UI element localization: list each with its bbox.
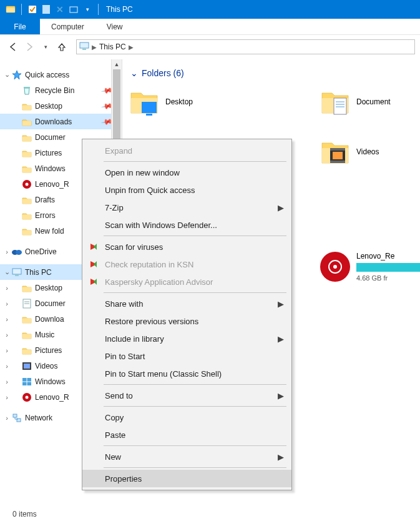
svg-rect-13 [22, 167, 31, 172]
submenu-arrow-icon: ▶ [278, 203, 284, 212]
nav-quick-access[interactable]: ⌄Quick access [0, 67, 114, 82]
expand-toggle[interactable]: › [2, 284, 11, 292]
menu-item-scan-with-windows-defender---[interactable]: Scan with Windows Defender... [82, 216, 291, 234]
svg-rect-28 [22, 334, 31, 339]
nav-item-downloads[interactable]: Downloads📌 [0, 114, 114, 129]
nav-item-label: Documer [35, 133, 66, 142]
menu-item-unpin-from-quick-access[interactable]: Unpin from Quick access [82, 181, 291, 199]
folder-item-desktop[interactable]: Desktop [129, 84, 273, 119]
menu-item-include-in-library[interactable]: Include in library▶ [82, 330, 291, 347]
folder-icon [21, 314, 32, 325]
chevron-down-icon: ⌄ [130, 68, 138, 78]
svg-rect-49 [330, 148, 345, 151]
menu-item-7-zip[interactable]: 7-Zip▶ [82, 199, 291, 216]
folder-icon [21, 116, 32, 127]
nav-item-recycle-bin[interactable]: Recycle Bin📌 [0, 82, 114, 98]
computer-tab[interactable]: Computer [40, 19, 95, 34]
menu-item-send-to[interactable]: Send to▶ [82, 387, 291, 404]
menu-item-new[interactable]: New▶ [82, 448, 291, 465]
menu-item-label: Kaspersky Application Advisor [105, 277, 213, 287]
menu-item-label: Pin to Start menu (Classic Shell) [105, 369, 222, 379]
nav-forward-button[interactable] [22, 40, 36, 54]
folder-icon [320, 87, 350, 117]
folder-icon [21, 226, 32, 237]
svg-rect-1 [6, 8, 15, 12]
expand-toggle[interactable]: › [2, 414, 11, 422]
expand-toggle[interactable]: › [2, 362, 11, 370]
menu-item-label: Scan with Windows Defender... [105, 221, 217, 230]
menu-item-expand: Expand [82, 142, 291, 159]
menu-item-label: Share with [105, 299, 143, 309]
explorer-icon [5, 4, 16, 15]
folder-icon [21, 210, 32, 221]
folder-item-document[interactable]: Document [320, 84, 420, 119]
menu-item-pin-to-start-menu--classic-shell-[interactable]: Pin to Start menu (Classic Shell) [82, 365, 291, 382]
menu-item-scan-for-viruses[interactable]: Scan for viruses [82, 238, 291, 256]
star-icon [11, 69, 22, 81]
svg-rect-18 [22, 230, 31, 235]
nav-item-label: Windows [35, 377, 66, 386]
svg-point-15 [26, 182, 29, 186]
nav-up-button[interactable] [55, 40, 69, 54]
menu-item-open-in-new-window[interactable]: Open in new window [82, 164, 291, 181]
folder-icon [21, 147, 32, 159]
qat-note-icon[interactable] [41, 4, 52, 15]
expand-toggle[interactable]: › [2, 315, 11, 323]
nav-item-label: Documer [35, 299, 66, 308]
section-folders-label: Folders (6) [142, 68, 184, 78]
nav-item-label: Errors [35, 211, 56, 220]
address-bar: ▾ ▶ This PC ▶ [0, 35, 420, 59]
expand-toggle[interactable]: › [2, 248, 11, 256]
svg-rect-3 [42, 5, 50, 14]
menu-item-copy[interactable]: Copy [82, 409, 291, 426]
chevron-right-icon[interactable]: ▶ [92, 44, 97, 51]
nav-item-label: OneDrive [25, 247, 57, 256]
expand-toggle[interactable]: ⌄ [2, 71, 11, 79]
nav-item-label: Drafts [35, 196, 55, 204]
qat-box-icon[interactable] [68, 4, 79, 15]
nav-item-desktop[interactable]: Desktop📌 [0, 98, 114, 114]
expand-toggle[interactable]: › [2, 331, 11, 339]
menu-item-label: Copy [105, 413, 124, 422]
svg-rect-16 [22, 199, 31, 204]
svg-rect-37 [13, 414, 17, 417]
qat-dropdown-icon[interactable]: ▾ [82, 4, 93, 15]
onedrive-icon [11, 246, 22, 257]
nav-history-dropdown[interactable]: ▾ [39, 40, 52, 54]
expand-toggle[interactable]: › [2, 378, 11, 385]
nav-item-label: Videos [35, 362, 57, 370]
folder-item-videos[interactable]: Videos [320, 134, 420, 169]
chevron-right-icon[interactable]: ▶ [129, 44, 134, 51]
svg-rect-21 [12, 269, 21, 274]
expand-toggle[interactable]: › [2, 347, 11, 354]
menu-item-pin-to-start[interactable]: Pin to Start [82, 347, 291, 365]
submenu-arrow-icon: ▶ [278, 452, 284, 462]
expand-toggle[interactable]: › [2, 394, 11, 401]
file-tab[interactable]: File [0, 19, 40, 34]
menu-item-label: New [105, 452, 121, 462]
svg-rect-27 [22, 318, 31, 323]
view-tab[interactable]: View [95, 19, 134, 34]
menu-item-share-with[interactable]: Share with▶ [82, 295, 291, 312]
folder-name: Videos [356, 147, 379, 156]
menu-item-label: Include in library [105, 334, 164, 344]
drive-usage-bar [356, 263, 420, 272]
menu-item-properties[interactable]: Properties [82, 470, 291, 487]
scroll-up-button[interactable]: ▲ [112, 59, 122, 69]
section-folders-header[interactable]: ⌄ Folders (6) [130, 68, 415, 78]
nav-back-button[interactable] [6, 40, 20, 54]
menu-item-label: Expand [105, 146, 132, 156]
breadcrumb-this-pc[interactable]: This PC [99, 42, 126, 51]
qat-checkbox-icon[interactable] [27, 4, 38, 15]
expand-toggle[interactable]: › [2, 300, 11, 307]
menu-item-label: 7-Zip [105, 203, 124, 212]
address-box[interactable]: ▶ This PC ▶ [76, 39, 415, 54]
folder-icon [21, 101, 32, 112]
menu-item-restore-previous-versions[interactable]: Restore previous versions [82, 312, 291, 330]
drive-item[interactable]: Lenovo_Re 4.68 GB fr [320, 252, 420, 282]
qat-delete-icon[interactable]: ✕ [54, 4, 66, 15]
menu-item-paste[interactable]: Paste [82, 426, 291, 444]
expand-toggle[interactable]: ⌄ [2, 268, 11, 276]
this-pc-icon [11, 267, 22, 278]
svg-marker-7 [12, 71, 21, 79]
